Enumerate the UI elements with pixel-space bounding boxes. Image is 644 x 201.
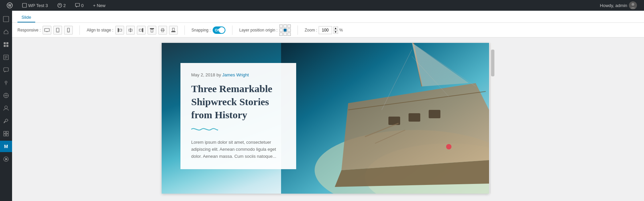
canvas-area: May 2, 2018 by James Wright Three Remark… bbox=[12, 38, 644, 201]
tablet-button[interactable] bbox=[53, 26, 62, 35]
content-card: May 2, 2018 by James Wright Three Remark… bbox=[180, 63, 296, 169]
zoom-input[interactable] bbox=[319, 26, 332, 34]
post-date: May 2, 2018 by bbox=[191, 72, 221, 77]
new-content[interactable]: + New bbox=[90, 0, 108, 11]
layer-position-group: Layer position origin : bbox=[239, 24, 291, 36]
align-middle-v-button[interactable] bbox=[158, 26, 167, 35]
svg-rect-57 bbox=[409, 113, 420, 122]
svg-rect-21 bbox=[6, 131, 8, 133]
mobile-button[interactable] bbox=[64, 26, 73, 35]
sidebar-dashboard[interactable] bbox=[0, 26, 12, 38]
snapping-label: Snapping : bbox=[192, 28, 211, 32]
origin-bl[interactable] bbox=[279, 32, 283, 36]
sidebar-users[interactable] bbox=[0, 103, 12, 114]
sidebar-pin[interactable] bbox=[0, 77, 12, 88]
boat-image bbox=[281, 43, 489, 194]
svg-rect-10 bbox=[4, 45, 6, 47]
align-bottom-button[interactable] bbox=[169, 26, 178, 35]
sidebar-tools[interactable] bbox=[0, 115, 12, 127]
svg-rect-22 bbox=[4, 134, 6, 136]
svg-point-30 bbox=[58, 31, 58, 32]
origin-tl[interactable] bbox=[279, 24, 283, 28]
editor-toolbar: Responsive : Align to stage : bbox=[12, 23, 644, 38]
svg-rect-38 bbox=[139, 29, 142, 31]
origin-mr[interactable] bbox=[287, 28, 291, 32]
comments[interactable]: 0 bbox=[72, 0, 86, 11]
origin-ml[interactable] bbox=[279, 28, 283, 32]
align-center-h-button[interactable] bbox=[126, 26, 135, 35]
svg-point-61 bbox=[446, 144, 451, 149]
svg-rect-39 bbox=[150, 28, 154, 29]
wave-decoration bbox=[191, 126, 285, 134]
slide-tab[interactable]: Slide bbox=[17, 13, 35, 22]
svg-marker-25 bbox=[5, 158, 8, 160]
align-top-button[interactable] bbox=[148, 26, 156, 35]
layer-position-label: Layer position origin : bbox=[239, 28, 277, 32]
svg-text:W: W bbox=[8, 4, 11, 7]
sidebar-comments[interactable] bbox=[0, 64, 12, 76]
zoom-group: Zoom : ▲ ▼ % bbox=[305, 26, 343, 34]
svg-rect-16 bbox=[4, 68, 8, 71]
svg-point-3 bbox=[58, 3, 62, 7]
sidebar-settings[interactable] bbox=[0, 128, 12, 139]
slide-preview: May 2, 2018 by James Wright Three Remark… bbox=[162, 43, 489, 194]
scrollbar-thumb[interactable] bbox=[491, 50, 494, 76]
svg-rect-44 bbox=[172, 28, 174, 31]
zoom-label: Zoom : bbox=[305, 28, 317, 32]
divider-3 bbox=[232, 25, 232, 35]
origin-tr[interactable] bbox=[287, 24, 291, 28]
post-excerpt: Lorem ipsum dolor sit amet, consectetuer… bbox=[191, 139, 285, 160]
align-label: Align to stage : bbox=[87, 28, 113, 32]
sidebar-posts[interactable] bbox=[0, 52, 12, 63]
updates[interactable]: 2 bbox=[55, 0, 68, 11]
svg-rect-2 bbox=[22, 3, 26, 7]
sidebar-appearance[interactable] bbox=[0, 90, 12, 101]
svg-rect-58 bbox=[429, 110, 440, 118]
snapping-group: Snapping : ON bbox=[192, 26, 225, 34]
sidebar-home[interactable] bbox=[0, 13, 12, 25]
svg-point-17 bbox=[5, 81, 7, 83]
svg-rect-8 bbox=[4, 42, 6, 44]
responsive-group: Responsive : bbox=[17, 26, 73, 35]
wp-logo[interactable]: W bbox=[4, 0, 15, 11]
site-name[interactable]: WP Test 3 bbox=[19, 0, 51, 11]
svg-point-6 bbox=[632, 3, 634, 6]
svg-rect-4 bbox=[75, 3, 79, 6]
post-author[interactable]: James Wright bbox=[222, 72, 249, 77]
align-right-button[interactable] bbox=[137, 26, 146, 35]
origin-grid bbox=[279, 24, 291, 36]
divider-2 bbox=[184, 25, 185, 35]
sidebar-modules[interactable] bbox=[0, 39, 12, 50]
svg-point-32 bbox=[68, 31, 69, 31]
sidebar-play[interactable] bbox=[0, 153, 12, 165]
sidebar-revslider[interactable]: M bbox=[0, 141, 12, 152]
svg-rect-43 bbox=[171, 31, 175, 32]
svg-rect-7 bbox=[3, 16, 9, 22]
svg-rect-33 bbox=[118, 28, 119, 32]
zoom-up-button[interactable]: ▲ bbox=[333, 26, 338, 30]
align-group: Align to stage : bbox=[87, 26, 177, 35]
howdy-greeting[interactable]: Howdy, admin bbox=[597, 0, 640, 11]
svg-rect-40 bbox=[151, 29, 153, 32]
zoom-down-button[interactable]: ▼ bbox=[333, 30, 338, 34]
zoom-arrows: ▲ ▼ bbox=[333, 26, 338, 34]
align-left-button[interactable] bbox=[115, 26, 124, 35]
origin-bc[interactable] bbox=[283, 32, 287, 36]
desktop-button[interactable] bbox=[43, 26, 51, 35]
svg-point-19 bbox=[5, 106, 7, 109]
slide-tab-bar: Slide bbox=[12, 11, 644, 23]
origin-br[interactable] bbox=[287, 32, 291, 36]
divider-4 bbox=[298, 25, 298, 35]
origin-mc[interactable] bbox=[283, 28, 287, 32]
admin-bar: W WP Test 3 2 0 + New Howdy, admin bbox=[0, 0, 644, 11]
post-title: Three Remarkable Shipwreck Stories from … bbox=[191, 82, 285, 121]
svg-rect-11 bbox=[6, 45, 8, 47]
svg-rect-34 bbox=[119, 29, 122, 31]
post-meta: May 2, 2018 by James Wright bbox=[191, 72, 285, 77]
svg-rect-23 bbox=[6, 134, 8, 136]
scrollbar[interactable] bbox=[490, 43, 494, 194]
main-content: Slide Responsive : Align to stage : bbox=[12, 11, 644, 201]
origin-tc[interactable] bbox=[283, 24, 287, 28]
svg-rect-9 bbox=[6, 42, 8, 44]
snapping-toggle[interactable]: ON bbox=[213, 26, 225, 34]
